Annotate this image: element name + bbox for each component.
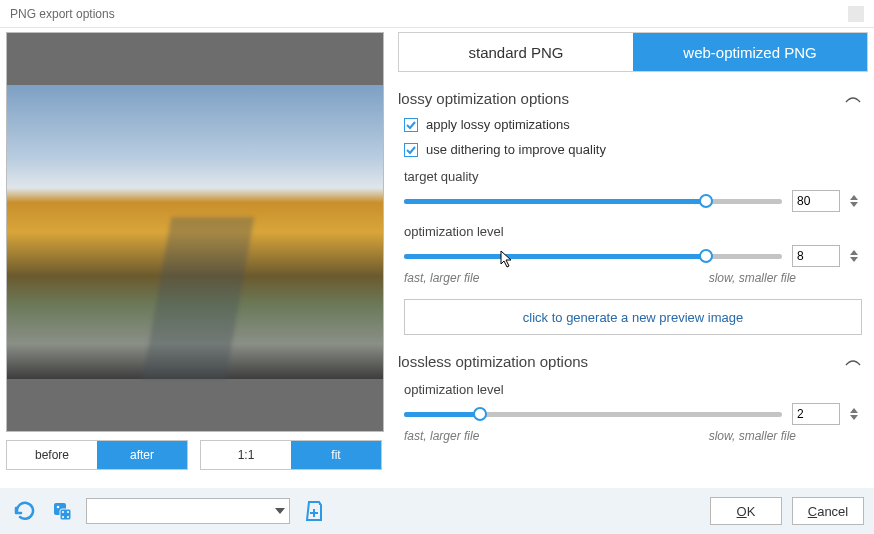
chevron-down-icon bbox=[275, 508, 285, 514]
lossless-hint-left: fast, larger file bbox=[404, 429, 479, 443]
target-quality-input[interactable] bbox=[792, 190, 840, 212]
cancel-button[interactable]: Cancel bbox=[792, 497, 864, 525]
before-after-toggle[interactable]: before after bbox=[6, 440, 188, 470]
preset-dropdown[interactable] bbox=[86, 498, 290, 524]
title-bar: PNG export options bbox=[0, 0, 874, 28]
before-button[interactable]: before bbox=[7, 441, 97, 469]
chevron-up-icon[interactable] bbox=[844, 357, 862, 367]
lossy-opt-level-stepper[interactable] bbox=[850, 250, 862, 262]
lossy-hint-right: slow, smaller file bbox=[709, 271, 796, 285]
lossy-hint-left: fast, larger file bbox=[404, 271, 479, 285]
svg-point-5 bbox=[67, 516, 69, 518]
lossless-section-header: lossless optimization options bbox=[398, 353, 868, 370]
svg-rect-3 bbox=[60, 509, 71, 520]
dithering-checkbox[interactable] bbox=[404, 143, 418, 157]
svg-point-1 bbox=[57, 506, 60, 509]
dice-icon[interactable] bbox=[48, 497, 76, 525]
lossy-opt-level-input[interactable] bbox=[792, 245, 840, 267]
lossless-opt-level-stepper[interactable] bbox=[850, 408, 862, 420]
target-quality-slider[interactable] bbox=[404, 194, 782, 208]
target-quality-label: target quality bbox=[404, 169, 868, 184]
preview-image bbox=[7, 85, 383, 379]
svg-point-7 bbox=[67, 511, 69, 513]
generate-preview-button[interactable]: click to generate a new preview image bbox=[404, 299, 862, 335]
zoom-fit-button[interactable]: fit bbox=[291, 441, 381, 469]
after-button[interactable]: after bbox=[97, 441, 187, 469]
lossless-opt-level-slider[interactable] bbox=[404, 407, 782, 421]
lossy-section-title: lossy optimization options bbox=[398, 90, 569, 107]
lossless-section-title: lossless optimization options bbox=[398, 353, 588, 370]
save-preset-icon[interactable] bbox=[300, 497, 328, 525]
zoom-toggle[interactable]: 1:1 fit bbox=[200, 440, 382, 470]
svg-point-6 bbox=[62, 516, 64, 518]
target-quality-stepper[interactable] bbox=[850, 195, 862, 207]
footer-bar: OK Cancel bbox=[0, 488, 874, 534]
undo-icon[interactable] bbox=[10, 497, 38, 525]
close-icon[interactable] bbox=[848, 6, 864, 22]
tab-standard-png[interactable]: standard PNG bbox=[399, 33, 633, 71]
ok-button[interactable]: OK bbox=[710, 497, 782, 525]
zoom-1to1-button[interactable]: 1:1 bbox=[201, 441, 291, 469]
apply-lossy-label: apply lossy optimizations bbox=[426, 117, 570, 132]
format-tabs[interactable]: standard PNG web-optimized PNG bbox=[398, 32, 868, 72]
lossy-section-header: lossy optimization options bbox=[398, 90, 868, 107]
lossless-opt-level-label: optimization level bbox=[404, 382, 868, 397]
lossy-opt-level-slider[interactable] bbox=[404, 249, 782, 263]
lossy-opt-level-label: optimization level bbox=[404, 224, 868, 239]
svg-point-4 bbox=[62, 511, 64, 513]
dithering-label: use dithering to improve quality bbox=[426, 142, 606, 157]
apply-lossy-checkbox[interactable] bbox=[404, 118, 418, 132]
tab-web-optimized-png[interactable]: web-optimized PNG bbox=[633, 33, 867, 71]
lossless-hint-right: slow, smaller file bbox=[709, 429, 796, 443]
preview-image-box bbox=[6, 32, 384, 432]
window-title: PNG export options bbox=[10, 7, 115, 21]
lossless-opt-level-input[interactable] bbox=[792, 403, 840, 425]
chevron-up-icon[interactable] bbox=[844, 94, 862, 104]
